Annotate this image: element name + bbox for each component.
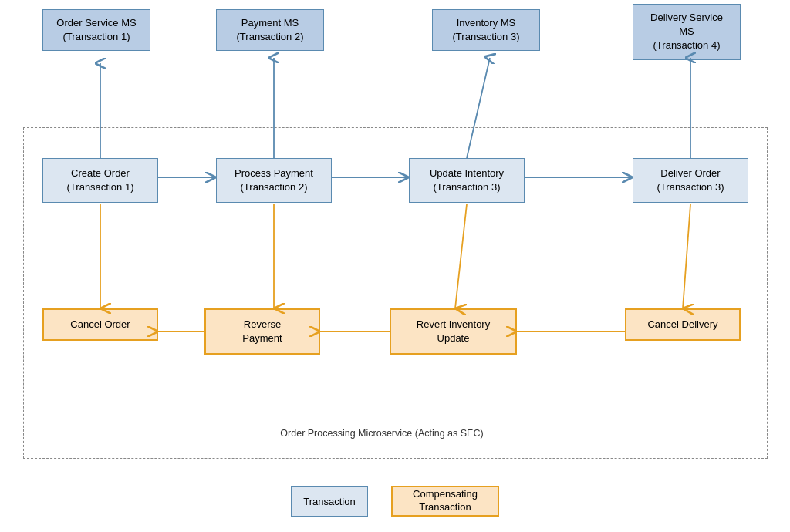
comp-box-2: ReversePayment (204, 308, 320, 355)
legend-compensating: CompensatingTransaction (391, 486, 499, 517)
trans-box-3: Update Intentory(Transaction 3) (409, 158, 525, 203)
diagram-container: Order Processing Microservice (Acting as… (0, 0, 790, 532)
trans-box-2: Process Payment(Transaction 2) (216, 158, 332, 203)
service-box-1: Order Service MS(Transaction 1) (42, 9, 150, 51)
comp-box-4: Cancel Delivery (625, 308, 741, 341)
sec-label-text: Order Processing Microservice (Acting as… (280, 428, 483, 439)
service-box-3: Inventory MS(Transaction 3) (432, 9, 540, 51)
service-box-4: Delivery ServiceMS(Transaction 4) (633, 4, 741, 60)
comp-box-3: Revert InventoryUpdate (390, 308, 517, 355)
comp-box-1: Cancel Order (42, 308, 158, 341)
sec-label: Order Processing Microservice (Acting as… (247, 428, 517, 439)
legend: Transaction CompensatingTransaction (291, 486, 499, 517)
legend-transaction: Transaction (291, 486, 368, 517)
trans-box-1: Create Order(Transaction 1) (42, 158, 158, 203)
trans-box-4: Deliver Order(Transaction 3) (633, 158, 748, 203)
service-box-2: Payment MS(Transaction 2) (216, 9, 324, 51)
